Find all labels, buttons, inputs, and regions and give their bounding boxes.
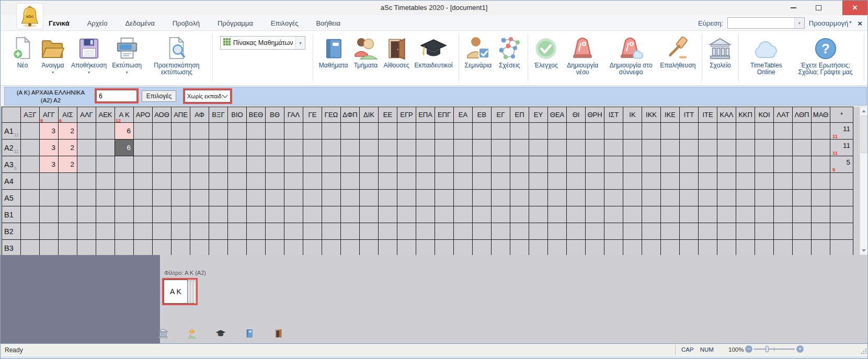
grid-cell[interactable] — [360, 223, 379, 240]
zoom-slider-thumb[interactable] — [766, 346, 769, 352]
column-header[interactable]: ΙΚ — [623, 107, 642, 123]
grid-cell[interactable] — [416, 156, 435, 173]
grid-cell[interactable] — [510, 240, 529, 256]
column-header[interactable]: ΑΠΕ — [172, 107, 190, 123]
grid-cell[interactable] — [586, 123, 604, 140]
grid-cell[interactable] — [492, 123, 510, 140]
grid-cell[interactable] — [209, 190, 228, 206]
grid-cell[interactable] — [360, 206, 379, 223]
grid-cell[interactable] — [717, 190, 736, 206]
grid-cell[interactable] — [416, 206, 435, 223]
zoom-in-button[interactable]: + — [796, 345, 804, 353]
grid-cell[interactable] — [96, 173, 115, 190]
grid-cell[interactable] — [322, 206, 341, 223]
timetables-online-button[interactable]: TimeTables Online — [743, 33, 789, 76]
column-header[interactable]: ΕΕ — [379, 107, 397, 123]
grid-cell[interactable] — [96, 223, 115, 240]
column-header[interactable]: ΓΕ — [303, 107, 322, 123]
grid-cell[interactable] — [510, 173, 529, 190]
column-header[interactable]: ΑΓΓ9 — [40, 107, 59, 123]
grid-cell[interactable] — [717, 206, 736, 223]
column-header[interactable]: ΚΚΠ — [736, 107, 755, 123]
row-header[interactable]: Α35 — [2, 156, 21, 173]
grid-cell[interactable] — [153, 206, 172, 223]
grid-cell[interactable] — [341, 223, 360, 240]
grid-cell[interactable] — [586, 206, 604, 223]
grid-cell[interactable] — [284, 173, 303, 190]
print-preview-button[interactable]: Προεπισκόπηση εκτύπωσης — [145, 33, 208, 76]
grid-cell[interactable] — [604, 156, 623, 173]
classrooms-button[interactable]: Αίθουσες — [382, 33, 410, 70]
grid-cell[interactable] — [492, 140, 510, 156]
grid-cell[interactable] — [266, 123, 284, 140]
grid-cell[interactable] — [303, 206, 322, 223]
app-logo-button[interactable]: aSc — [16, 3, 43, 29]
grid-cell[interactable] — [190, 140, 209, 156]
check-button[interactable]: Έλεγχος — [532, 33, 559, 70]
grid-cell[interactable] — [717, 223, 736, 240]
questions-button[interactable]: ? Έχετε Ερωτήσεις; Σχόλια; Γράψτε μας — [791, 33, 860, 76]
grid-cell[interactable] — [77, 123, 96, 140]
grid-cell[interactable] — [77, 173, 96, 190]
grid-cell[interactable] — [623, 123, 642, 140]
column-header[interactable]: ΙΚΚ — [642, 107, 661, 123]
column-header[interactable]: ΕΑ — [454, 107, 473, 123]
grid-cell[interactable] — [284, 156, 303, 173]
grid-cell[interactable] — [699, 123, 717, 140]
grid-cell[interactable] — [755, 123, 774, 140]
column-header[interactable]: ΔΦΠ — [341, 107, 360, 123]
column-header[interactable]: ΑΡΟ — [134, 107, 153, 123]
grid-cell[interactable] — [736, 223, 755, 240]
row-header[interactable]: Β1 — [2, 206, 21, 223]
grid-cell[interactable] — [247, 140, 266, 156]
grid-cell[interactable] — [134, 190, 153, 206]
grid-cell[interactable] — [209, 206, 228, 223]
grid-cell[interactable] — [284, 223, 303, 240]
grid-cell[interactable] — [529, 190, 548, 206]
grid-cell[interactable] — [736, 156, 755, 173]
column-header[interactable]: ΕΥ — [529, 107, 548, 123]
grid-cell[interactable] — [717, 173, 736, 190]
grid-cell[interactable] — [77, 223, 96, 240]
grid-cell[interactable] — [604, 206, 623, 223]
grid-cell[interactable] — [473, 140, 492, 156]
grid-cell[interactable] — [548, 190, 567, 206]
grid-cell[interactable] — [59, 240, 77, 256]
grid-cell[interactable] — [642, 173, 661, 190]
grid-cell[interactable] — [529, 173, 548, 190]
grid-cell[interactable] — [266, 223, 284, 240]
grid-cell[interactable] — [322, 240, 341, 256]
column-header[interactable]: ΔΙΚ — [360, 107, 379, 123]
teacher-filter-dropdown[interactable]: Χωρίς εκπαιδ: — [185, 90, 231, 102]
grid-cell[interactable] — [303, 123, 322, 140]
column-header[interactable]: ΕΓΡ — [397, 107, 416, 123]
grid-cell[interactable] — [661, 140, 680, 156]
grid-cell[interactable] — [736, 206, 755, 223]
column-header[interactable]: ΙΚΕ — [661, 107, 680, 123]
grid-cell[interactable] — [661, 190, 680, 206]
class-filter-icon[interactable] — [186, 327, 198, 339]
grid-cell[interactable] — [680, 156, 699, 173]
grid-cell[interactable] — [623, 206, 642, 223]
tab-view[interactable]: Προβολή — [173, 19, 200, 27]
grid-cell[interactable] — [435, 123, 454, 140]
column-header[interactable]: ΕΒ — [473, 107, 492, 123]
column-header[interactable]: ΓΑΛ — [284, 107, 303, 123]
grid-cell[interactable] — [529, 140, 548, 156]
grid-cell[interactable] — [172, 240, 190, 256]
grid-cell[interactable] — [115, 156, 134, 173]
grid-cell[interactable] — [247, 240, 266, 256]
grid-cell[interactable] — [793, 223, 812, 240]
grid-cell[interactable] — [284, 190, 303, 206]
grid-cell[interactable] — [21, 173, 40, 190]
grid-cell[interactable] — [247, 156, 266, 173]
grid-cell[interactable] — [548, 223, 567, 240]
grid-cell[interactable] — [755, 156, 774, 173]
grid-cell[interactable] — [416, 190, 435, 206]
grid-cell[interactable] — [228, 173, 247, 190]
lesson-count-input[interactable] — [96, 90, 137, 102]
grid-cell[interactable] — [793, 140, 812, 156]
maximize-button[interactable] — [807, 1, 830, 15]
grid-cell[interactable] — [642, 190, 661, 206]
tab-general[interactable]: Γενικά — [49, 19, 70, 27]
